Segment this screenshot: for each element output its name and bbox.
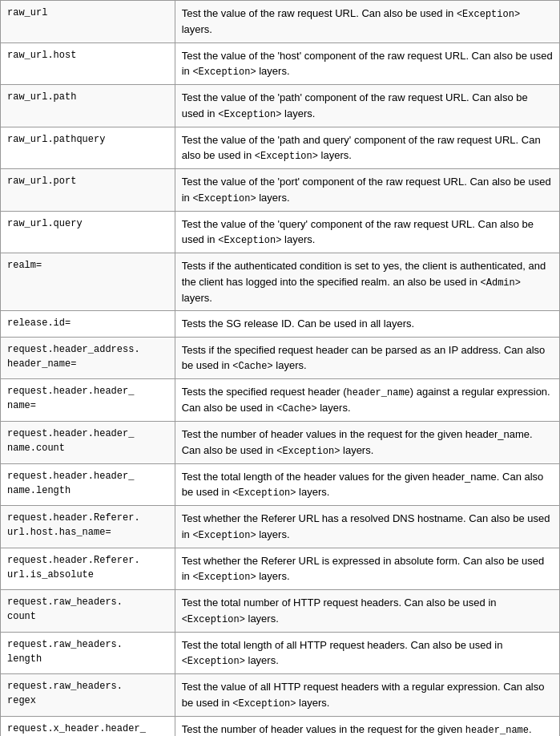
key-cell: raw_url.query <box>1 211 175 253</box>
key-cell: request.raw_headers. regex <box>1 674 175 717</box>
table-row: request.x_header.header_ name.countTest … <box>1 716 560 736</box>
table-row: request.header_address. header_name=Test… <box>1 337 560 379</box>
table-row: request.header.Referer. url.is_absoluteT… <box>1 548 560 590</box>
table-row: request.header.Referer. url.host.has_nam… <box>1 506 560 548</box>
description-cell: Tests the specified request header (head… <box>175 379 559 422</box>
table-row: raw_url.portTest the value of the 'port'… <box>1 169 560 212</box>
table-row: request.raw_headers. lengthTest the tota… <box>1 632 560 674</box>
table-row: raw_url.pathqueryTest the value of the '… <box>1 127 560 169</box>
key-cell: request.raw_headers. length <box>1 632 175 674</box>
table-row: raw_urlTest the value of the raw request… <box>1 1 560 43</box>
key-cell: request.header_address. header_name= <box>1 337 175 379</box>
description-cell: Test the value of the 'query' component … <box>175 211 559 253</box>
description-cell: Test the number of header values in the … <box>175 716 559 736</box>
reference-table: raw_urlTest the value of the raw request… <box>0 0 560 736</box>
description-cell: Test the total length of the header valu… <box>175 463 559 506</box>
key-cell: request.header.header_ name= <box>1 379 175 422</box>
table-row: request.header.header_ name.countTest th… <box>1 422 560 464</box>
table-row: raw_url.hostTest the value of the 'host'… <box>1 42 560 85</box>
key-cell: raw_url.path <box>1 85 175 127</box>
description-cell: Test the value of all HTTP request heade… <box>175 674 559 717</box>
key-cell: request.header.header_ name.count <box>1 422 175 464</box>
table-row: raw_url.queryTest the value of the 'quer… <box>1 211 560 253</box>
description-cell: Test the value of the raw request URL. C… <box>175 1 559 43</box>
table-row: request.raw_headers. regexTest the value… <box>1 674 560 717</box>
description-cell: Tests if the specified request header ca… <box>175 337 559 379</box>
key-cell: release.id= <box>1 311 175 338</box>
table-row: release.id=Tests the SG release ID. Can … <box>1 311 560 338</box>
key-cell: raw_url.host <box>1 42 175 85</box>
key-cell: realm= <box>1 253 175 311</box>
key-cell: request.x_header.header_ name.count <box>1 716 175 736</box>
description-cell: Test the total length of all HTTP reques… <box>175 632 559 674</box>
key-cell: request.header.header_ name.length <box>1 463 175 506</box>
description-cell: Test the value of the 'path and query' c… <box>175 127 559 169</box>
description-cell: Test whether the Referer URL has a resol… <box>175 506 559 548</box>
description-cell: Tests if the authenticated condition is … <box>175 253 559 311</box>
description-cell: Test the value of the 'host' component o… <box>175 42 559 85</box>
table-row: request.raw_headers. countTest the total… <box>1 590 560 633</box>
description-cell: Tests the SG release ID. Can be used in … <box>175 311 559 338</box>
key-cell: request.raw_headers. count <box>1 590 175 633</box>
table-row: request.header.header_ name.lengthTest t… <box>1 463 560 506</box>
key-cell: request.header.Referer. url.host.has_nam… <box>1 506 175 548</box>
description-cell: Test the total number of HTTP request he… <box>175 590 559 633</box>
key-cell: raw_url.pathquery <box>1 127 175 169</box>
description-cell: Test the number of header values in the … <box>175 422 559 464</box>
key-cell: request.header.Referer. url.is_absolute <box>1 548 175 590</box>
description-cell: Test the value of the 'port' component o… <box>175 169 559 212</box>
key-cell: raw_url.port <box>1 169 175 212</box>
table-row: request.header.header_ name=Tests the sp… <box>1 379 560 422</box>
key-cell: raw_url <box>1 1 175 43</box>
table-row: realm=Tests if the authenticated conditi… <box>1 253 560 311</box>
description-cell: Test the value of the 'path' component o… <box>175 85 559 127</box>
table-row: raw_url.pathTest the value of the 'path'… <box>1 85 560 127</box>
description-cell: Test whether the Referer URL is expresse… <box>175 548 559 590</box>
